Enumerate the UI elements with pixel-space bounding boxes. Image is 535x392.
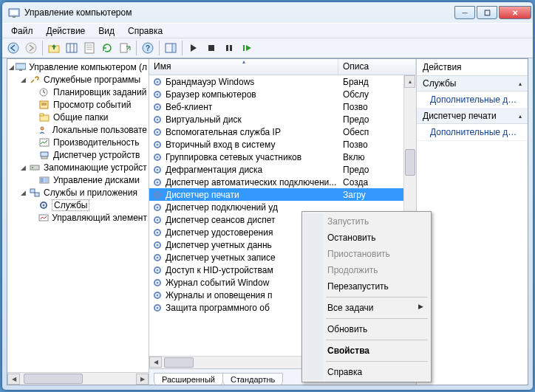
svg-point-70 — [157, 231, 159, 233]
tree-node-services-apps[interactable]: ◢ Службы и приложения — [9, 186, 149, 199]
scroll-left-icon[interactable]: ◀ — [7, 374, 20, 385]
menu-separator — [326, 340, 428, 340]
computer-icon — [16, 62, 26, 72]
tree-node-wmi[interactable]: Управляющий элемент — [9, 211, 149, 224]
menu-separator — [326, 361, 428, 362]
play-button[interactable] — [185, 40, 202, 56]
minimize-button[interactable]: ─ — [454, 6, 475, 19]
tab-extended[interactable]: Расширенный — [154, 373, 223, 385]
tree-node-system-tools[interactable]: ◢ Служебные программы — [9, 73, 149, 86]
show-hide-button[interactable] — [64, 40, 80, 56]
menu-item[interactable]: Остановить — [304, 230, 429, 246]
disk-icon — [38, 175, 50, 185]
scroll-thumb[interactable] — [164, 357, 194, 368]
users-icon — [38, 125, 50, 135]
menu-item[interactable]: Все задачи▶ — [304, 300, 429, 316]
menu-item[interactable]: Перезапустить — [304, 278, 429, 295]
svg-rect-40 — [30, 189, 35, 193]
close-button[interactable]: ✕ — [499, 6, 531, 19]
svg-rect-38 — [41, 178, 44, 182]
titlebar[interactable]: Управление компьютером ─ ☐ ✕ — [2, 2, 533, 23]
actions-section-services[interactable]: Службы▴ — [417, 76, 528, 92]
service-row[interactable]: Вторичный вход в системуПозво — [149, 138, 416, 151]
gear-icon — [152, 77, 164, 87]
scroll-thumb[interactable] — [24, 374, 83, 384]
up-folder-button[interactable] — [46, 40, 62, 56]
tree-node-services[interactable]: Службы — [9, 199, 149, 211]
tree-node-shared[interactable]: Общие папки — [9, 111, 149, 123]
svg-point-46 — [157, 80, 159, 83]
svg-rect-19 — [208, 45, 214, 51]
tree-node-devices[interactable]: Диспетчер устройств — [9, 148, 149, 161]
export-button[interactable] — [117, 40, 133, 56]
tree-node-perf[interactable]: Производительность — [9, 136, 149, 148]
service-row[interactable]: Диспетчер автоматических подключени...Со… — [149, 176, 416, 188]
svg-point-52 — [157, 118, 159, 120]
maximize-button[interactable]: ☐ — [477, 6, 497, 19]
pause-button[interactable] — [221, 40, 237, 56]
service-row[interactable]: Группировка сетевых участниковВклю — [149, 151, 416, 163]
gear-icon — [152, 102, 164, 112]
service-row[interactable]: Веб-клиентПозво — [149, 100, 416, 113]
actions-more-1[interactable]: Дополнительные дей... — [417, 92, 528, 109]
scroll-left-icon[interactable]: ◀ — [149, 357, 162, 368]
gear-icon — [152, 252, 164, 263]
service-name: Вторичный вход в систему — [166, 140, 338, 150]
column-name[interactable]: Имя — [149, 59, 338, 75]
menu-action[interactable]: Действие — [41, 24, 92, 38]
service-row[interactable]: Браузер компьютеровОбслу — [149, 88, 416, 100]
tree[interactable]: ◢ Управление компьютером (л ◢ Служебные … — [7, 59, 149, 224]
gear-icon — [152, 165, 164, 175]
actions-title: Действия — [417, 59, 528, 76]
menu-item[interactable]: Свойства — [304, 343, 429, 359]
svg-rect-21 — [230, 45, 232, 51]
scroll-up-icon[interactable]: ▴ — [404, 75, 415, 88]
tree-node-scheduler[interactable]: Планировщик заданий — [9, 86, 149, 98]
nav-forward-button[interactable] — [23, 40, 39, 56]
list-header: Имя Описа — [149, 59, 416, 75]
svg-rect-13 — [120, 44, 127, 52]
menu-help[interactable]: Справка — [122, 24, 168, 38]
service-name: Дефрагментация диска — [166, 165, 338, 175]
svg-point-78 — [157, 281, 159, 283]
actions-more-2[interactable]: Дополнительные дей... — [417, 124, 528, 141]
menu-item[interactable]: Справка — [304, 364, 429, 380]
tree-node-users[interactable]: Локальные пользовате — [9, 123, 149, 136]
tree-node-disks[interactable]: Управление дисками — [9, 173, 149, 186]
service-row[interactable]: Дефрагментация дискаПредо — [149, 163, 416, 176]
menu-file[interactable]: Файл — [5, 24, 39, 38]
service-name: Виртуальный диск — [166, 114, 338, 125]
tab-standard[interactable]: Стандартнь — [222, 373, 283, 385]
service-row[interactable]: Брандмауэр WindowsБранд — [149, 75, 416, 88]
help-button[interactable]: ? — [140, 40, 156, 56]
actions-section-spooler[interactable]: Диспетчер печати▴ — [417, 109, 528, 124]
service-row[interactable]: Виртуальный дискПредо — [149, 113, 416, 125]
refresh-button[interactable] — [99, 40, 115, 56]
scroll-right-icon[interactable]: ▶ — [136, 374, 149, 385]
scroll-thumb[interactable] — [405, 149, 415, 176]
svg-rect-39 — [44, 178, 48, 182]
menu-item[interactable]: Обновить — [304, 321, 429, 337]
nav-back-button[interactable] — [5, 40, 21, 56]
service-name: Диспетчер автоматических подключени... — [166, 177, 338, 188]
menu-item: Запустить — [304, 213, 429, 230]
tree-node-root[interactable]: ◢ Управление компьютером (л — [9, 61, 149, 73]
svg-point-3 — [8, 43, 18, 53]
svg-point-48 — [157, 93, 159, 95]
action-pane-button[interactable] — [163, 40, 179, 56]
svg-point-43 — [43, 204, 45, 206]
service-row[interactable]: Вспомогательная служба IPОбесп — [149, 125, 416, 138]
tree-hscrollbar[interactable]: ◀ ▶ — [7, 372, 149, 385]
svg-rect-41 — [35, 193, 39, 196]
restart-button[interactable] — [239, 40, 255, 56]
tree-node-storage[interactable]: ◢ Запоминающие устройст — [9, 161, 149, 173]
wmi-icon — [38, 213, 49, 223]
menu-view[interactable]: Вид — [92, 24, 120, 38]
column-desc[interactable]: Описа — [338, 59, 416, 75]
svg-rect-23 — [16, 63, 26, 69]
tree-node-events[interactable]: Просмотр событий — [9, 98, 149, 111]
stop-button[interactable] — [203, 40, 219, 56]
properties-button[interactable] — [81, 40, 98, 56]
toolbar: ? — [2, 38, 533, 58]
service-row[interactable]: Диспетчер печатиЗагру — [149, 188, 416, 201]
